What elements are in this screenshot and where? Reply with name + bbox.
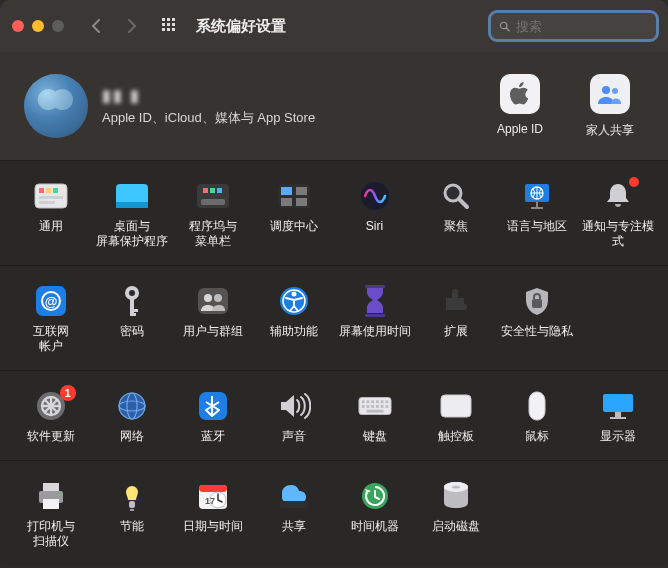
pref-bluetooth[interactable]: 蓝牙 xyxy=(172,389,253,446)
pref-label: 时间机器 xyxy=(351,519,399,534)
pref-label: 鼠标 xyxy=(525,429,549,444)
displays-icon xyxy=(601,391,635,421)
search-field[interactable] xyxy=(491,13,656,39)
minimize-window-button[interactable] xyxy=(32,20,44,32)
svg-rect-66 xyxy=(375,400,378,403)
security-icon xyxy=(520,286,554,316)
pref-passwords[interactable]: 密码 xyxy=(91,284,172,356)
pref-mouse[interactable]: 鼠标 xyxy=(496,389,577,446)
pref-label: 键盘 xyxy=(363,429,387,444)
pref-internet-accounts[interactable]: @互联网帐户 xyxy=(10,284,91,356)
svg-rect-30 xyxy=(296,198,307,206)
svg-rect-82 xyxy=(43,499,59,509)
pref-dock[interactable]: 程序坞与菜单栏 xyxy=(172,179,253,251)
svg-rect-2 xyxy=(172,18,175,21)
svg-point-83 xyxy=(57,494,60,497)
pref-label: 启动磁盘 xyxy=(432,519,480,534)
pref-sound[interactable]: 声音 xyxy=(253,389,334,446)
pref-extensions[interactable]: 扩展 xyxy=(415,284,496,356)
search-input[interactable] xyxy=(516,19,648,34)
pref-security[interactable]: 安全性与隐私 xyxy=(496,284,577,356)
pref-energy[interactable]: 节能 xyxy=(91,479,172,551)
pref-screen-time[interactable]: 屏幕使用时间 xyxy=(334,284,415,356)
pref-software-update[interactable]: 1软件更新 xyxy=(10,389,91,446)
svg-rect-73 xyxy=(380,405,383,408)
family-icon xyxy=(590,74,630,114)
users-groups-icon xyxy=(196,286,230,316)
pref-network[interactable]: 网络 xyxy=(91,389,172,446)
svg-rect-24 xyxy=(210,188,215,193)
time-machine-icon xyxy=(358,481,392,511)
pref-label: 用户与群组 xyxy=(183,324,243,339)
show-all-button[interactable] xyxy=(158,14,182,38)
pref-keyboard[interactable]: 键盘 xyxy=(334,389,415,446)
account-subtitle[interactable]: Apple ID、iCloud、媒体与 App Store xyxy=(102,109,315,127)
desktop-icon xyxy=(115,181,149,211)
zoom-window-button[interactable] xyxy=(52,20,64,32)
pref-label: 节能 xyxy=(120,519,144,534)
svg-rect-84 xyxy=(129,501,135,508)
pref-date-time[interactable]: 17日期与时间 xyxy=(172,479,253,551)
apple-id-label: Apple ID xyxy=(497,122,543,136)
svg-rect-0 xyxy=(162,18,165,21)
svg-rect-4 xyxy=(167,23,170,26)
svg-rect-8 xyxy=(172,28,175,31)
svg-rect-22 xyxy=(201,199,225,205)
avatar[interactable] xyxy=(24,74,88,138)
svg-rect-3 xyxy=(162,23,165,26)
apple-id-tile[interactable]: Apple ID xyxy=(486,74,554,139)
pref-accessibility[interactable]: 辅助功能 xyxy=(253,284,334,356)
titlebar: 系统偏好设置 xyxy=(0,0,668,52)
pref-desktop[interactable]: 桌面与屏幕保护程序 xyxy=(91,179,172,251)
pref-mission-control[interactable]: 调度中心 xyxy=(253,179,334,251)
svg-rect-44 xyxy=(130,309,138,312)
pref-trackpad[interactable]: 触控板 xyxy=(415,389,496,446)
svg-rect-63 xyxy=(361,400,364,403)
mission-control-icon xyxy=(277,181,311,211)
svg-rect-20 xyxy=(116,202,148,208)
keyboard-icon xyxy=(358,391,392,421)
svg-rect-71 xyxy=(371,405,374,408)
svg-rect-17 xyxy=(39,196,63,199)
svg-rect-7 xyxy=(167,28,170,31)
svg-rect-72 xyxy=(375,405,378,408)
forward-button[interactable] xyxy=(118,14,146,38)
pref-time-machine[interactable]: 时间机器 xyxy=(334,479,415,551)
pref-language[interactable]: 语言与地区 xyxy=(496,179,577,251)
close-window-button[interactable] xyxy=(12,20,24,32)
pref-label: 密码 xyxy=(120,324,144,339)
date-time-icon: 17 xyxy=(196,481,230,511)
screen-time-icon xyxy=(358,286,392,316)
internet-accounts-icon: @ xyxy=(34,286,68,316)
pref-label: 互联网帐户 xyxy=(33,324,69,354)
pref-label: 日期与时间 xyxy=(183,519,243,534)
pref-notifications[interactable]: 通知与专注模式 xyxy=(577,179,658,251)
family-sharing-tile[interactable]: 家人共享 xyxy=(576,74,644,139)
dock-icon xyxy=(196,181,230,211)
pref-startup-disk[interactable]: 启动磁盘 xyxy=(415,479,496,551)
pref-section: 1软件更新网络蓝牙声音键盘触控板鼠标显示器 xyxy=(0,370,668,460)
svg-point-48 xyxy=(214,294,222,302)
svg-rect-27 xyxy=(281,187,292,195)
svg-text:@: @ xyxy=(44,294,57,309)
pref-sharing[interactable]: 共享 xyxy=(253,479,334,551)
passwords-icon xyxy=(115,286,149,316)
pref-spotlight[interactable]: 聚焦 xyxy=(415,179,496,251)
pref-label: 通知与专注模式 xyxy=(579,219,656,249)
pref-printers[interactable]: 打印机与扫描仪 xyxy=(10,479,91,551)
pref-displays[interactable]: 显示器 xyxy=(577,389,658,446)
pref-label: 打印机与扫描仪 xyxy=(27,519,75,549)
svg-rect-28 xyxy=(296,187,307,195)
svg-rect-18 xyxy=(39,201,55,204)
account-name: ▮▮ ▮ xyxy=(102,86,315,105)
svg-rect-81 xyxy=(43,483,59,491)
back-button[interactable] xyxy=(82,14,110,38)
svg-rect-85 xyxy=(130,509,134,511)
notification-dot xyxy=(629,177,639,187)
pref-users-groups[interactable]: 用户与群组 xyxy=(172,284,253,356)
svg-point-94 xyxy=(452,485,460,488)
pref-label: 辅助功能 xyxy=(270,324,318,339)
pref-general[interactable]: 通用 xyxy=(10,179,91,251)
pref-siri[interactable]: Siri xyxy=(334,179,415,251)
svg-rect-90 xyxy=(280,501,308,508)
